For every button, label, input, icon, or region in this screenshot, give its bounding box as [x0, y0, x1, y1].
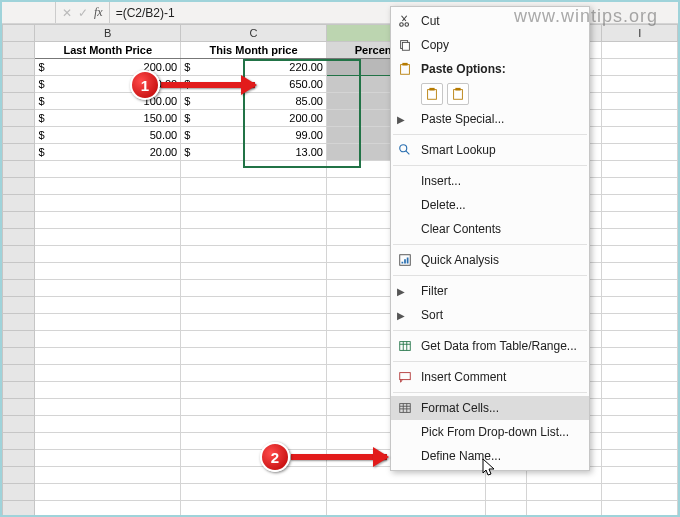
paste-default-button[interactable]	[421, 83, 443, 105]
row-header[interactable]	[3, 416, 35, 433]
ctx-insert-comment[interactable]: Insert Comment	[391, 365, 589, 389]
ctx-sort[interactable]: Sort▶	[391, 303, 589, 327]
cell[interactable]	[35, 178, 181, 195]
cell[interactable]	[602, 76, 678, 93]
cell[interactable]	[326, 501, 485, 518]
cell[interactable]	[602, 42, 678, 59]
ctx-insert[interactable]: Insert...	[391, 169, 589, 193]
row-header[interactable]	[3, 433, 35, 450]
cell-c[interactable]: $220.00	[181, 59, 327, 76]
row-header[interactable]	[3, 127, 35, 144]
accept-formula-icon[interactable]: ✓	[78, 6, 88, 20]
cell-b[interactable]: $50.00	[35, 127, 181, 144]
cell[interactable]	[35, 229, 181, 246]
cell[interactable]	[602, 195, 678, 212]
row-header[interactable]	[3, 178, 35, 195]
cell[interactable]	[181, 467, 327, 484]
row-header[interactable]	[3, 484, 35, 501]
cell[interactable]	[602, 314, 678, 331]
header-b[interactable]: Last Month Price	[35, 42, 181, 59]
cancel-formula-icon[interactable]: ✕	[62, 6, 72, 20]
cell[interactable]	[486, 484, 527, 501]
cell[interactable]	[181, 195, 327, 212]
row-header[interactable]	[3, 450, 35, 467]
cell[interactable]	[326, 484, 485, 501]
cell[interactable]	[181, 297, 327, 314]
cell-b[interactable]: $150.00	[35, 110, 181, 127]
cell[interactable]	[602, 229, 678, 246]
row-header[interactable]	[3, 331, 35, 348]
row-header[interactable]	[3, 501, 35, 518]
cell[interactable]	[181, 416, 327, 433]
cell[interactable]	[526, 501, 602, 518]
cell[interactable]	[181, 161, 327, 178]
cell[interactable]	[35, 484, 181, 501]
cell[interactable]	[486, 501, 527, 518]
cell[interactable]	[181, 246, 327, 263]
cell[interactable]	[35, 212, 181, 229]
cell[interactable]	[35, 246, 181, 263]
ctx-delete[interactable]: Delete...	[391, 193, 589, 217]
cell[interactable]	[602, 348, 678, 365]
cell[interactable]	[35, 195, 181, 212]
row-header[interactable]	[3, 144, 35, 161]
row-header[interactable]	[3, 42, 35, 59]
row-header[interactable]	[3, 263, 35, 280]
cell[interactable]	[181, 433, 327, 450]
cell[interactable]	[602, 297, 678, 314]
cell[interactable]	[35, 348, 181, 365]
cell[interactable]	[35, 331, 181, 348]
cell[interactable]	[181, 263, 327, 280]
header-c[interactable]: This Month price	[181, 42, 327, 59]
cell[interactable]	[181, 365, 327, 382]
cell-c[interactable]: $85.00	[181, 93, 327, 110]
ctx-smart-lookup[interactable]: Smart Lookup	[391, 138, 589, 162]
ctx-format-cells[interactable]: Format Cells...	[391, 396, 589, 420]
cell[interactable]	[35, 467, 181, 484]
row-header[interactable]	[3, 76, 35, 93]
cell[interactable]	[181, 314, 327, 331]
paste-values-button[interactable]	[447, 83, 469, 105]
col-header-c[interactable]: C	[181, 25, 327, 42]
row-header[interactable]	[3, 195, 35, 212]
row-header[interactable]	[3, 467, 35, 484]
name-box[interactable]	[2, 2, 56, 23]
row-header[interactable]	[3, 297, 35, 314]
col-header-b[interactable]: B	[35, 25, 181, 42]
cell[interactable]	[602, 382, 678, 399]
row-header[interactable]	[3, 110, 35, 127]
cell[interactable]	[181, 212, 327, 229]
cell[interactable]	[602, 110, 678, 127]
cell[interactable]	[181, 382, 327, 399]
cell[interactable]	[602, 93, 678, 110]
row-header[interactable]	[3, 246, 35, 263]
cell[interactable]	[181, 280, 327, 297]
cell[interactable]	[35, 365, 181, 382]
cell[interactable]	[602, 399, 678, 416]
cell[interactable]	[181, 399, 327, 416]
ctx-cut[interactable]: Cut	[391, 9, 589, 33]
cell[interactable]	[35, 416, 181, 433]
cell[interactable]	[602, 161, 678, 178]
cell-c[interactable]: $99.00	[181, 127, 327, 144]
cell[interactable]	[181, 501, 327, 518]
cell[interactable]	[602, 450, 678, 467]
row-header[interactable]	[3, 161, 35, 178]
cell[interactable]	[35, 382, 181, 399]
cell[interactable]	[602, 246, 678, 263]
ctx-paste-special[interactable]: Paste Special... ▶	[391, 107, 589, 131]
ctx-get-data[interactable]: Get Data from Table/Range...	[391, 334, 589, 358]
cell-c[interactable]: $200.00	[181, 110, 327, 127]
cell[interactable]	[35, 263, 181, 280]
cell[interactable]	[602, 59, 678, 76]
cell[interactable]	[602, 280, 678, 297]
cell[interactable]	[602, 263, 678, 280]
row-header[interactable]	[3, 365, 35, 382]
row-header[interactable]	[3, 348, 35, 365]
cell-c[interactable]: $13.00	[181, 144, 327, 161]
cell[interactable]	[181, 178, 327, 195]
select-all-corner[interactable]	[3, 25, 35, 42]
cell[interactable]	[602, 144, 678, 161]
col-header-i[interactable]: I	[602, 25, 678, 42]
cell[interactable]	[602, 212, 678, 229]
